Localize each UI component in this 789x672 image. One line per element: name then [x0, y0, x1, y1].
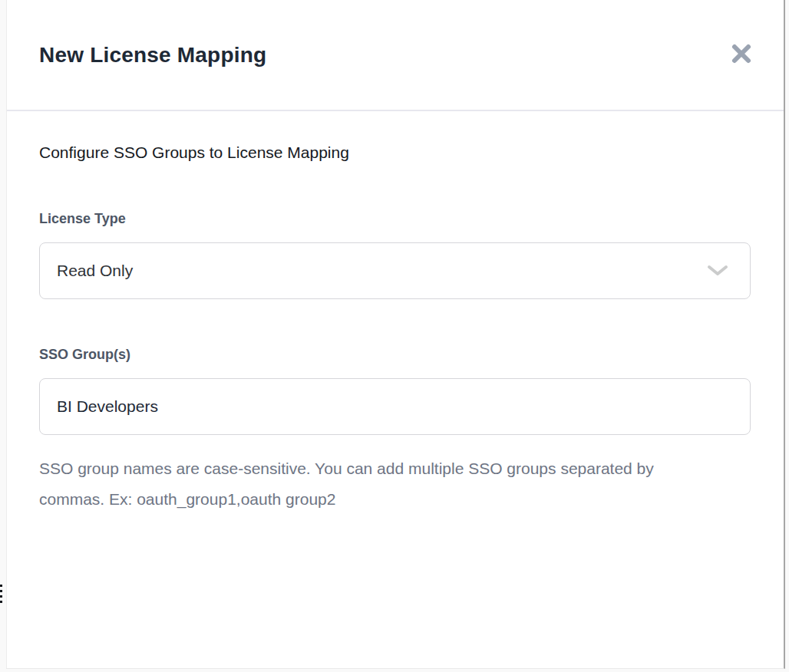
- modal-description: Configure SSO Groups to License Mapping: [39, 143, 748, 162]
- clipped-background-list-icon: [0, 585, 2, 604]
- license-type-label: License Type: [39, 211, 748, 227]
- modal-header: New License Mapping: [7, 0, 784, 111]
- license-type-selected-value: Read Only: [57, 262, 133, 280]
- x-icon: [730, 42, 753, 68]
- sso-groups-input[interactable]: [39, 378, 751, 435]
- new-license-mapping-modal: New License Mapping Configure SSO Groups…: [6, 0, 785, 669]
- close-button[interactable]: [728, 42, 754, 68]
- sso-groups-label: SSO Group(s): [39, 347, 748, 363]
- modal-body: Configure SSO Groups to License Mapping …: [7, 111, 784, 515]
- modal-title: New License Mapping: [39, 43, 266, 68]
- license-type-select[interactable]: Read Only: [39, 242, 751, 299]
- chevron-down-icon: [707, 265, 728, 277]
- sso-groups-help-text: SSO group names are case-sensitive. You …: [39, 453, 669, 515]
- page: New License Mapping Configure SSO Groups…: [0, 0, 789, 672]
